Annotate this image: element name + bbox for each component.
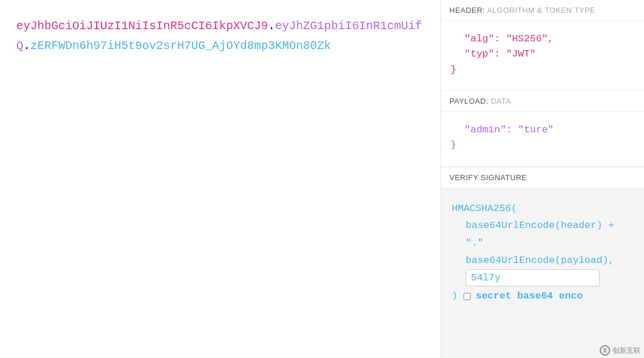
payload-label: PAYLOAD: [449, 97, 488, 106]
header-alg-value: "HS256" [506, 33, 547, 44]
payload-close-brace: } [451, 139, 456, 150]
payload-admin-key: "admin" [464, 124, 506, 135]
header-sublabel: ALGORITHM & TOKEN TYPE [487, 6, 596, 15]
verify-signature-section: VERIFY SIGNATURE HMACSHA256( base64UrlEn… [441, 167, 644, 358]
verify-signature-body: HMACSHA256( base64UrlEncode(header) + ".… [441, 188, 644, 311]
header-label: HEADER: [449, 6, 485, 15]
watermark-text: 创新互联 [613, 346, 641, 356]
payload-section-title: PAYLOAD: DATA [441, 91, 644, 112]
header-typ-value: "JWT" [506, 48, 536, 59]
header-section-title: HEADER: ALGORITHM & TOKEN TYPE [441, 0, 644, 21]
verify-label: VERIFY SIGNATURE [449, 173, 527, 182]
jwt-header-segment: eyJhbGciOiJIUzI1NiIsInR5cCI6IkpXVCJ9 [16, 19, 268, 33]
watermark-icon: X [600, 345, 610, 356]
hmac-open: HMACSHA256( [452, 200, 634, 217]
b64-payload-line: base64UrlEncode(payload), [452, 252, 634, 269]
secret-base64-label: secret base64 enco [476, 287, 583, 305]
header-typ-key: "typ" [464, 48, 494, 59]
header-json-body[interactable]: "alg": "HS256", "typ": "JWT" } [441, 21, 644, 91]
header-close-brace: } [451, 64, 456, 75]
header-alg-key: "alg" [464, 33, 494, 44]
jwt-dot-1: . [268, 19, 275, 33]
secret-base64-checkbox[interactable] [464, 293, 471, 300]
secret-input[interactable] [466, 269, 600, 286]
payload-json-body[interactable]: "admin": "ture" } [441, 112, 644, 167]
verify-section-title: VERIFY SIGNATURE [441, 167, 644, 188]
encoded-token-panel[interactable]: eyJhbGciOiJIUzI1NiIsInR5cCI6IkpXVCJ9.eyJ… [0, 0, 441, 358]
watermark: X 创新互联 [600, 345, 641, 356]
payload-sublabel: DATA [491, 97, 511, 106]
jwt-signature-segment: zERFWDn6h97iH5t9ov2srH7UG_AjOYd8mp3KMOn8… [30, 39, 331, 52]
decoded-panel: HEADER: ALGORITHM & TOKEN TYPE "alg": "H… [441, 0, 644, 358]
jwt-dot-2: . [23, 39, 30, 52]
payload-admin-value: "ture" [518, 124, 554, 135]
hmac-close: ) [452, 287, 458, 305]
b64-header-line: base64UrlEncode(header) + "." [452, 217, 634, 252]
